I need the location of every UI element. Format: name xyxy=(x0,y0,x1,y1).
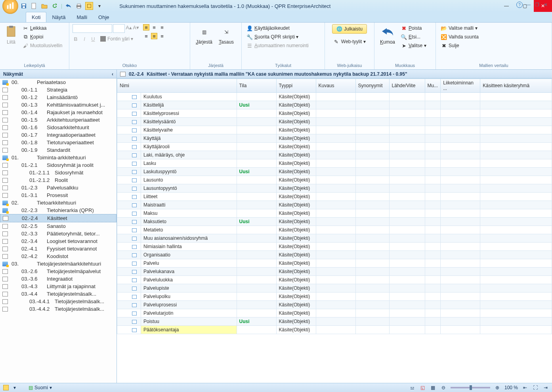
nav-item[interactable]: 00.-1.8Tietoturvaperiaatteet xyxy=(0,139,117,146)
font-grow-icon[interactable]: A▴ xyxy=(126,24,132,31)
nav-item[interactable]: 00.-1.5Arkkitehtuuriperiaatteet xyxy=(0,116,117,124)
refresh-icon[interactable] xyxy=(51,2,59,10)
status-dropdown-icon[interactable]: ▾ xyxy=(13,385,16,390)
align-center-icon[interactable]: ≡ xyxy=(151,24,157,31)
nav-item[interactable]: 00.-1.2Lainsäädäntö xyxy=(0,94,117,101)
table-row[interactable]: LausuntopyyntöKäsite(Objekti) xyxy=(117,184,552,193)
open-icon[interactable] xyxy=(40,2,48,10)
nav-item[interactable]: 03.-4.3Liittymät ja rajapinnat xyxy=(0,283,117,290)
nav-item[interactable]: 03.-4.4.1Tietojärjestelmäsalk... xyxy=(0,298,117,305)
zoom-out-icon[interactable]: ⊖ xyxy=(440,384,447,391)
web-styles-button[interactable]: ✎Web-tyylit ▾ xyxy=(332,38,367,46)
ribbon-tab-malli[interactable]: Malli xyxy=(71,12,93,22)
auto-number-button[interactable]: ☰Automaattinen numerointi xyxy=(245,42,310,50)
nav-item[interactable]: 02.-3.3Päätietoryhmät, tietor... xyxy=(0,230,117,237)
table-row[interactable]: MaksutietoUusiKäsite(Objekti) xyxy=(117,218,552,226)
bold-icon[interactable]: B xyxy=(73,36,79,42)
run-script-button[interactable]: 🔧Suorita QPR skripti ▾ xyxy=(245,33,310,41)
nav-item[interactable]: 01.-3.1Prosessit xyxy=(0,191,117,199)
nav-item[interactable]: 03.-4.4Tietojärjestelmäsalk... xyxy=(0,290,117,298)
grid-view-icon[interactable]: ▦ xyxy=(430,384,436,391)
table-row[interactable]: LausuntoKäsite(Objekti) xyxy=(117,176,552,184)
table-row[interactable]: KäyttäjäKäsite(Objekti) xyxy=(117,134,552,143)
table-row[interactable]: KäsittelyvaiheKäsite(Objekti) xyxy=(117,126,552,134)
align-left-icon[interactable]: ≡ xyxy=(143,24,149,31)
nav-item[interactable]: 00.-1.1Strategia xyxy=(0,86,117,94)
table-row[interactable]: LaskutuspyyntöUusiKäsite(Objekti) xyxy=(117,168,552,176)
table-row[interactable]: PalvelukanavaKäsite(Objekti) xyxy=(117,268,552,276)
nav-item[interactable]: 03.-3.6Integraatiot xyxy=(0,275,117,283)
table-row[interactable]: Laki, määräys, ohjeKäsite(Objekti) xyxy=(117,151,552,159)
table-row[interactable]: OrganisaatioKäsite(Objekti) xyxy=(117,251,552,259)
table-row[interactable]: PalvelutarjotinKäsite(Objekti) xyxy=(117,309,552,317)
publish-button[interactable]: 🌐Julkaistu xyxy=(332,24,367,34)
nav-item[interactable]: 00.-1.6Sidosarkkitehtuurit xyxy=(0,124,117,131)
column-header[interactable]: Nimi xyxy=(117,79,237,93)
expand-right-icon[interactable]: ⇥ xyxy=(542,384,549,391)
table-row[interactable]: KäsittelyprosessiKäsite(Objekti) xyxy=(117,109,552,118)
zoom-in-icon[interactable]: ⊕ xyxy=(494,384,500,391)
table-row[interactable]: PoistuuUusiKäsite(Objekti) xyxy=(117,317,552,326)
ribbon-restore-icon[interactable]: ❐ xyxy=(534,2,540,8)
column-header[interactable]: Lähde/Viite xyxy=(389,79,425,93)
nav-item[interactable]: 03.Tietojärjestelmäarkkitehtuuri xyxy=(0,260,117,268)
underline-icon[interactable]: U xyxy=(90,36,96,42)
ribbon-tab-koti[interactable]: Koti xyxy=(26,12,46,22)
font-shrink-icon[interactable]: A▾ xyxy=(133,24,139,31)
nav-item[interactable]: 01.-2.1.1Sidosryhmät xyxy=(0,169,117,176)
italic-icon[interactable]: I xyxy=(81,36,88,42)
choose-model-button[interactable]: 📂Valitse malli ▾ xyxy=(439,24,480,32)
table-row[interactable]: MaistraattiKäsite(Objekti) xyxy=(117,201,552,209)
table-row[interactable]: PäätöksenantajaKäsite(Objekti) xyxy=(117,326,552,334)
grid-scroll[interactable]: NimiTilaTyyppiKuvausSynonyymitLähde/Viit… xyxy=(117,78,552,383)
table-row[interactable]: KäyttäjärooliKäsite(Objekti) xyxy=(117,143,552,151)
expand-left-icon[interactable]: ⇤ xyxy=(522,384,528,391)
nav-item[interactable]: 00.Periaatetaso xyxy=(0,78,117,86)
font-size-field[interactable] xyxy=(113,24,125,33)
table-row[interactable]: PalveluluokkaKäsite(Objekti) xyxy=(117,276,552,284)
column-header[interactable]: Käsitteen käsiteryhmä xyxy=(480,79,552,93)
undo-button[interactable]: Kumoa xyxy=(378,24,397,46)
align-right-icon[interactable]: ≡ xyxy=(159,24,165,31)
nav-item[interactable]: 00.-1.7Integraatioperiaatteet xyxy=(0,131,117,139)
table-row[interactable]: KäsittelijäUusiKäsite(Objekti) xyxy=(117,101,552,109)
close-compare-button[interactable]: ✖Sulje xyxy=(439,42,480,50)
ribbon-tab-ohje[interactable]: Ohje xyxy=(93,12,115,22)
nav-item[interactable]: 02.-4.1Fyysiset tietovarannot xyxy=(0,245,117,252)
font-name-field[interactable] xyxy=(73,24,112,33)
align-button[interactable]: ⇲ Tasaus xyxy=(216,24,236,46)
paste-button[interactable]: Liitä xyxy=(3,24,19,46)
format-painter-button[interactable]: 🖌Muotoilusivellin xyxy=(21,42,64,50)
diagram-icon[interactable]: ◱ xyxy=(420,384,426,391)
minimize-button[interactable]: — xyxy=(497,0,516,12)
hierarchy-icon[interactable]: ⚍ xyxy=(409,384,416,391)
table-row[interactable]: PalvelupolkuKäsite(Objekti) xyxy=(117,293,552,301)
nav-list[interactable]: 00.Periaatetaso00.-1.1Strategia00.-1.2La… xyxy=(0,78,117,383)
change-direction-button[interactable]: 🔀Vaihda suunta xyxy=(439,33,480,41)
print-icon[interactable] xyxy=(75,2,83,10)
nav-item[interactable]: 00.-1.9Standardit xyxy=(0,146,117,154)
sort-button[interactable]: ▥ Järjestä xyxy=(193,24,215,46)
new-icon[interactable] xyxy=(30,2,38,10)
undo-icon[interactable] xyxy=(65,2,73,10)
font-color-button[interactable]: Fontin väri ▾ xyxy=(99,35,135,42)
status-app-icon[interactable] xyxy=(3,385,9,390)
table-row[interactable]: PalveluprosessiKäsite(Objekti) xyxy=(117,301,552,309)
nav-collapse-icon[interactable]: ‹ xyxy=(112,71,113,77)
zoom-slider[interactable] xyxy=(451,387,490,388)
nav-item[interactable]: 00.-1.4Rajaukset ja reunaehdot xyxy=(0,109,117,116)
table-row[interactable]: MetatietoKäsite(Objekti) xyxy=(117,226,552,234)
column-header[interactable]: Synonyymit xyxy=(355,79,389,93)
delete-button[interactable]: ✖Poista xyxy=(399,24,428,32)
align-middle-icon[interactable]: ≡ xyxy=(151,33,157,39)
nav-item[interactable]: 01.-2.1.2Roolit xyxy=(0,176,117,184)
table-row[interactable]: KäsittelysääntöKäsite(Objekti) xyxy=(117,118,552,126)
table-row[interactable]: MaksuKäsite(Objekti) xyxy=(117,209,552,218)
nav-item[interactable]: 03.-2.6Tietojärjestelmäpalvelut xyxy=(0,268,117,275)
table-row[interactable]: PalveluKäsite(Objekti) xyxy=(117,259,552,268)
table-row[interactable]: Nimiasiain hallintaKäsite(Objekti) xyxy=(117,243,552,251)
nav-item[interactable]: 03.-4.4.2Tietojärjestelmäsalk... xyxy=(0,305,117,313)
qat-dropdown-icon[interactable]: ▾ xyxy=(96,2,103,10)
nav-item[interactable]: 02.-2.5Sanasto xyxy=(0,222,117,230)
table-row[interactable]: PalvelupisteKäsite(Objekti) xyxy=(117,284,552,293)
